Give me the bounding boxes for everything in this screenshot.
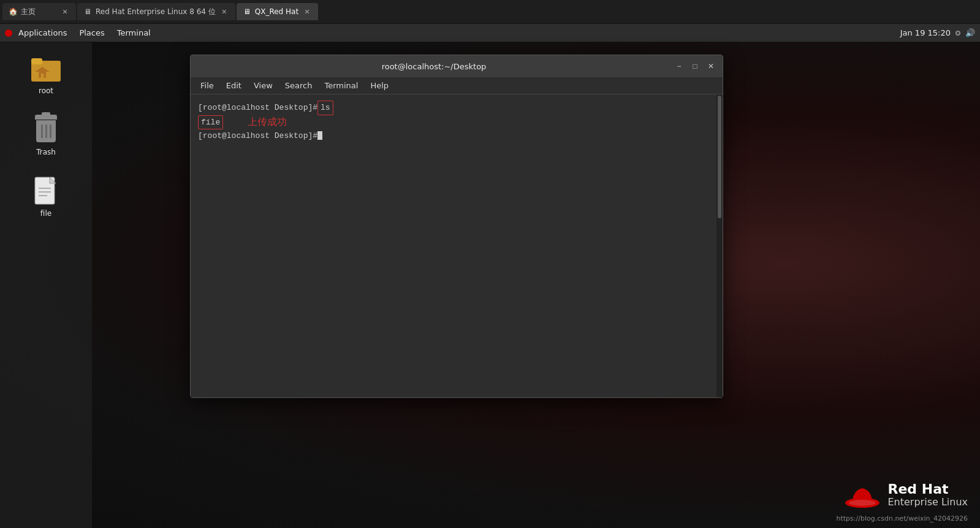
file-icon-label: file [40,209,51,218]
terminal-menu-file[interactable]: File [194,77,220,94]
rhel-tab-icon: 🖥 [83,7,92,16]
trash-line-3 [50,124,51,138]
folder-img [31,53,61,83]
trash-line-1 [41,124,43,138]
terminal-title: root@localhost:~/Desktop [196,62,672,71]
redhat-brand-line1: Red Hat [888,482,968,497]
tab-rhel-close[interactable]: ✕ [219,7,229,17]
trash-body [36,120,56,142]
terminal-scrollbar[interactable] [716,94,723,397]
terminal-menu-terminal[interactable]: Terminal [318,77,364,94]
terminal-prompt-1: [root@localhost Desktop]# [198,102,317,114]
clock-display: Jan 19 15:20 [900,28,951,37]
gnome-clock: Jan 19 15:20 🔊 [900,28,975,37]
folder-icon-svg [31,55,61,82]
terminal-close-button[interactable]: ✕ [704,59,718,73]
tab-rhel-label: Red Hat Enterprise Linux 8 64 位 [96,7,216,17]
terminal-line-1: [root@localhost Desktop]# ls [198,101,709,115]
redhat-hat-svg [844,480,881,510]
trash-icon-label: Trash [36,148,56,156]
tab-bar: 🏠 主页 ✕ 🖥 Red Hat Enterprise Linux 8 64 位… [0,0,980,23]
svg-rect-2 [31,58,42,64]
browser-chrome: 🏠 主页 ✕ 🖥 Red Hat Enterprise Linux 8 64 位… [0,0,980,24]
gnome-applications-menu[interactable]: Applications [12,24,73,42]
trash-img [31,115,61,144]
svg-point-12 [849,500,876,506]
trash-line-2 [45,124,47,138]
file-img [31,176,61,205]
terminal-line-3: [root@localhost Desktop]# [198,130,709,142]
redhat-watermark: Red Hat Enterprise Linux [844,480,968,510]
qx-tab-icon: 🖥 [243,7,251,16]
cmd-file-highlight: file [198,115,223,130]
places-label: Places [79,28,104,37]
tab-home-close[interactable]: ✕ [60,7,70,17]
trash-lid [35,115,57,120]
tab-rhel[interactable]: 🖥 Red Hat Enterprise Linux 8 64 位 ✕ [77,3,235,20]
redhat-logo [844,480,881,510]
root-icon-label: root [39,86,53,95]
tab-home-label: 主页 [21,7,36,17]
menu-edit-label: Edit [226,81,241,90]
desktop-icon-root[interactable]: root [15,48,77,100]
desktop: root Trash [0,42,980,528]
menu-file-label: File [200,81,214,90]
status-dot-icon [955,31,960,36]
terminal-minimize-button[interactable]: − [672,59,686,73]
terminal-maximize-button[interactable]: □ [688,59,702,73]
gnome-places-menu[interactable]: Places [73,24,110,42]
cmd-ls-highlight: ls [317,101,333,115]
terminal-menubar: File Edit View Search Terminal Help [191,77,723,94]
tab-qx-label: QX_Red Hat [255,7,298,16]
terminal-line-2: file 上传成功 [198,115,709,130]
tab-qx[interactable]: 🖥 QX_Red Hat ✕ [237,3,318,20]
gnome-terminal-menu[interactable]: Terminal [111,24,157,42]
desktop-sidebar: root Trash [0,42,92,528]
terminal-content[interactable]: [root@localhost Desktop]# ls file 上传成功 [… [191,94,716,397]
redhat-url: https://blog.csdn.net/weixin_42042926 [836,515,968,522]
menu-help-label: Help [370,81,389,90]
upload-success-text: 上传成功 [248,115,287,130]
trash-icon-container [34,115,58,144]
terminal-body: [root@localhost Desktop]# ls file 上传成功 [… [191,94,723,397]
desktop-icon-file[interactable]: file [15,171,77,223]
terminal-window: root@localhost:~/Desktop − □ ✕ File Edit… [190,55,723,398]
tab-qx-close[interactable]: ✕ [302,7,312,17]
terminal-cursor [317,131,322,140]
redhat-brand-text: Red Hat Enterprise Linux [888,482,968,508]
terminal-wm-buttons: − □ ✕ [672,59,718,73]
menu-search-label: Search [285,81,313,90]
menu-terminal-label: Terminal [324,81,358,90]
terminal-menu-search[interactable]: Search [279,77,319,94]
menu-view-label: View [254,81,273,90]
volume-icon: 🔊 [965,28,975,37]
tab-home[interactable]: 🏠 主页 ✕ [2,3,76,20]
file-icon-svg [34,176,58,205]
redhat-dot-icon [5,29,12,37]
desktop-icon-trash[interactable]: Trash [15,110,77,161]
terminal-titlebar: root@localhost:~/Desktop − □ ✕ [191,55,723,77]
terminal-menu-help[interactable]: Help [364,77,395,94]
svg-rect-5 [41,74,44,78]
applications-label: Applications [18,28,67,37]
terminal-scrollbar-thumb [718,96,721,218]
home-tab-icon: 🏠 [9,7,17,16]
terminal-menu-view[interactable]: View [248,77,279,94]
terminal-prompt-3: [root@localhost Desktop]# [198,130,317,142]
redhat-brand-line2: Enterprise Linux [888,497,968,508]
terminal-menu-label: Terminal [117,28,151,37]
gnome-topbar: Applications Places Terminal Jan 19 15:2… [0,24,980,42]
terminal-menu-edit[interactable]: Edit [220,77,248,94]
